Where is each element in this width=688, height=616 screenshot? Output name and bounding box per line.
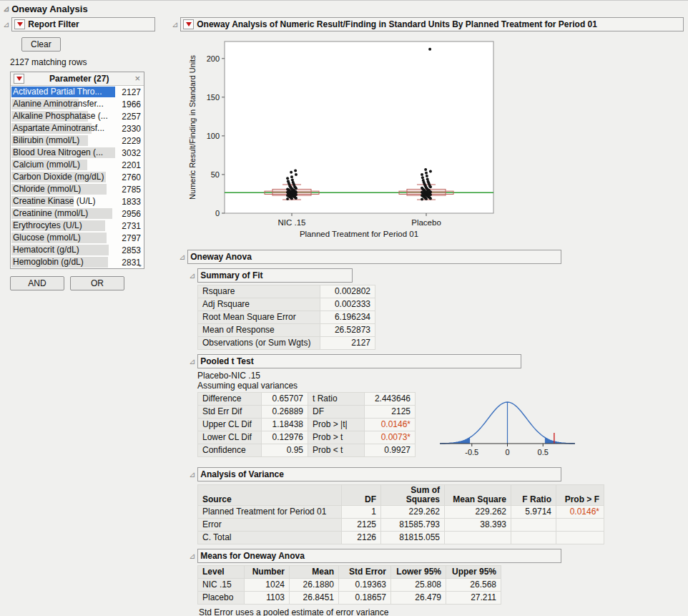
filter-item-bilirubin-mmol-l-[interactable]: Bilirubin (mmol/L)2229 — [11, 135, 144, 147]
source-cell: Planned Treatment for Period 01 — [198, 506, 342, 519]
filter-item-alkaline-phosphatase-[interactable]: Alkaline Phosphatase (...2257 — [11, 110, 144, 122]
scroll-down-icon[interactable]: ⌄ — [137, 261, 143, 268]
comparison-label: Placebo-NIC .15 — [197, 371, 684, 381]
means-title: Means for Oneway Anova — [200, 551, 305, 561]
red-triangle-menu-icon[interactable] — [14, 74, 24, 84]
stat-value — [445, 532, 511, 544]
column-header: Source — [198, 485, 342, 506]
filter-item-label: Chloride (mmol/L) — [11, 184, 115, 195]
stat-value: 2.443646 — [365, 393, 416, 406]
table-row: Upper CL Dif1.18438Prob > |t|0.0146* — [198, 419, 416, 431]
clear-button[interactable]: Clear — [21, 37, 61, 52]
svg-text:0: 0 — [505, 448, 509, 456]
filter-item-label: Creatine Kinase (U/L) — [11, 196, 115, 207]
means-table: LevelNumberMeanStd ErrorLower 95%Upper 9… — [197, 565, 501, 605]
stat-label: DF — [308, 406, 365, 419]
source-cell: C. Total — [198, 532, 342, 544]
filter-item-creatinine-mmol-l-[interactable]: Creatinine (mmol/L)2956 — [11, 207, 144, 220]
filter-item-label: Hemoglobin (g/dL) — [11, 257, 115, 268]
stat-value: 0.65707 — [262, 393, 308, 406]
stat-value: 2125 — [342, 519, 381, 532]
filter-item-carbon-dioxide-mg-dl-[interactable]: Carbon Dioxide (mg/dL)2760 — [11, 171, 144, 183]
filter-item-label: Hematocrit (g/dL) — [11, 245, 115, 255]
stat-value — [556, 519, 604, 532]
filter-item-alanine-aminotransfer-[interactable]: Alanine Aminotransfer...1966 — [11, 98, 144, 110]
column-header: DF — [342, 485, 381, 506]
disclosure-icon[interactable]: ⊿ — [189, 552, 195, 560]
matching-rows-text: 2127 matching rows — [10, 57, 167, 67]
table-row: Root Mean Square Error6.196234 — [198, 311, 375, 324]
stat-value: 81585.793 — [381, 519, 445, 532]
oneway-plot[interactable]: 050100150200Numeric Result/Finding in St… — [187, 36, 684, 245]
stat-value: 0.9927 — [365, 444, 416, 457]
column-header: Number — [245, 566, 290, 579]
close-icon[interactable]: × — [134, 74, 141, 83]
disclosure-icon[interactable]: ⊿ — [172, 21, 178, 29]
level-cell: NIC .15 — [198, 579, 245, 592]
stat-label: Confidence — [198, 444, 262, 457]
table-row: Placebo110326.84510.1865726.47927.211 — [198, 592, 501, 605]
stat-value: 229.262 — [445, 506, 511, 519]
filter-item-count: 1833 — [115, 197, 144, 207]
filter-item-creatine-kinase-u-l-[interactable]: Creatine Kinase (U/L)1833 — [11, 195, 144, 207]
stat-value: 0.0146* — [556, 506, 604, 519]
disclosure-icon[interactable]: ⊿ — [3, 21, 9, 29]
pooled-t-table: Difference0.65707t Ratio2.443646Std Err … — [197, 392, 416, 457]
or-button[interactable]: OR — [70, 276, 124, 290]
table-row: Std Err Dif0.26889DF2125 — [198, 406, 416, 419]
window-header: ⊿ Oneway Analysis — [0, 1, 688, 16]
filter-item-hematocrit-g-dl-[interactable]: Hematocrit (g/dL)2853 — [11, 244, 144, 256]
stat-value: 26.8451 — [290, 592, 339, 605]
and-button[interactable]: AND — [10, 276, 64, 290]
filter-item-count: 2797 — [115, 233, 144, 243]
disclosure-icon[interactable]: ⊿ — [189, 272, 195, 280]
stat-value: 5.9714 — [511, 506, 556, 519]
filter-item-erythrocytes-u-l-[interactable]: Erythrocytes (U/L)2731 — [11, 220, 144, 232]
source-cell: Error — [198, 519, 342, 532]
stat-label: Difference — [198, 393, 262, 406]
svg-text:-0.5: -0.5 — [465, 448, 478, 456]
disclosure-icon[interactable]: ⊿ — [189, 471, 195, 479]
table-row: Mean of Response26.52873 — [198, 324, 375, 337]
stat-value: 2127 — [320, 337, 375, 350]
filter-item-count: 2731 — [115, 221, 144, 231]
parameter-list-header: Parameter (27) — [27, 74, 131, 84]
red-triangle-menu-icon[interactable] — [14, 19, 25, 29]
filter-item-glucose-mmol-l-[interactable]: Glucose (mmol/L)2797 — [11, 232, 144, 244]
filter-item-activated-partial-thro-[interactable]: Activated Partial Thro...2127 — [11, 86, 144, 98]
table-row: Rsquare0.002802 — [198, 285, 375, 298]
filter-item-aspartate-aminotransf-[interactable]: Aspartate Aminotransf...2330 — [11, 122, 144, 135]
table-row: Difference0.65707t Ratio2.443646 — [198, 393, 416, 406]
disclosure-icon[interactable]: ⊿ — [179, 253, 185, 261]
disclosure-icon[interactable]: ⊿ — [189, 358, 195, 366]
filter-item-label: Bilirubin (mmol/L) — [11, 135, 115, 146]
column-header: Mean — [290, 566, 339, 579]
table-row: Error212581585.79338.393 — [198, 519, 604, 532]
stat-value: 6.196234 — [320, 311, 375, 324]
oneway-report-title: Oneway Analysis of Numeric Result/Findin… — [197, 19, 597, 29]
filter-item-count: 2853 — [115, 245, 144, 255]
report-body: ⊿ Oneway Analysis of Numeric Result/Find… — [167, 16, 688, 616]
stat-label: Adj Rsquare — [198, 298, 320, 311]
table-row: Lower CL Dif0.12976Prob > t0.0073* — [198, 431, 416, 444]
filter-item-blood-urea-nitrogen-[interactable]: Blood Urea Nitrogen (...3032 — [11, 147, 144, 159]
filter-item-hemoglobin-g-dl-[interactable]: Hemoglobin (g/dL)2831 — [11, 256, 144, 268]
stat-value: 0.0146* — [365, 419, 416, 431]
table-row: Observations (or Sum Wgts)2127 — [198, 337, 375, 350]
disclosure-icon[interactable]: ⊿ — [3, 5, 9, 13]
filter-item-chloride-mmol-l-[interactable]: Chloride (mmol/L)2785 — [11, 183, 144, 195]
stat-value: 26.479 — [391, 592, 446, 605]
filter-item-label: Calcium (mmol/L) — [11, 160, 115, 170]
report-filter-title: Report Filter — [28, 19, 79, 29]
stat-label: Prob > t — [308, 431, 365, 444]
red-triangle-menu-icon[interactable] — [183, 19, 194, 29]
filter-item-calcium-mmol-l-[interactable]: Calcium (mmol/L)2201 — [11, 159, 144, 171]
analysis-of-variance-title: Analysis of Variance — [200, 469, 284, 479]
column-header: Std Error — [339, 566, 391, 579]
stat-value: 2126 — [342, 532, 381, 544]
stat-label: Prob < t — [308, 444, 365, 457]
stat-label: Prob > |t| — [308, 419, 365, 431]
svg-text:0.5: 0.5 — [538, 448, 549, 456]
filter-item-count: 2201 — [115, 160, 144, 170]
filter-item-count: 2330 — [115, 124, 144, 134]
